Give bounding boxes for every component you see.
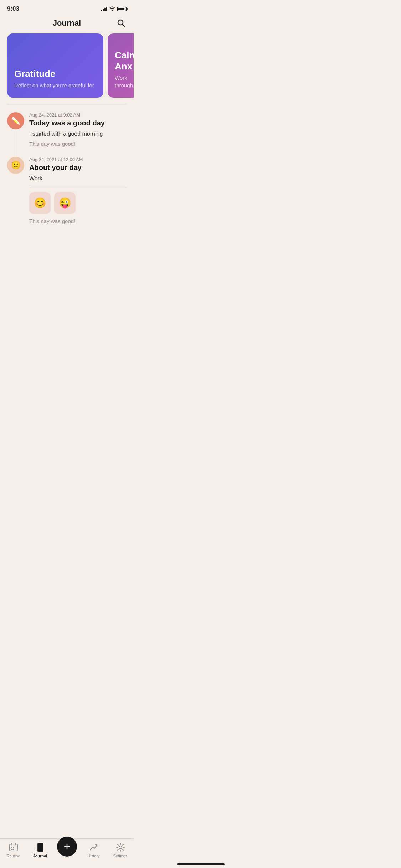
entry-1-note: This day was good! bbox=[29, 141, 127, 147]
emoji-chips: 😊 😜 bbox=[29, 192, 127, 214]
card-gratitude-title: Gratitude bbox=[14, 68, 96, 79]
entry-2-note: This day was good! bbox=[29, 218, 127, 224]
journal-entry-2[interactable]: 🙂 Aug 24, 2021 at 12:00 AM About your da… bbox=[7, 157, 127, 224]
emoji-chip-1: 😊 bbox=[29, 192, 51, 214]
entry-2-content: Aug 24, 2021 at 12:00 AM About your day … bbox=[29, 157, 127, 224]
journal-entries: ✏️ Aug 24, 2021 at 9:02 AM Today was a g… bbox=[0, 112, 134, 224]
entry-2-date: Aug 24, 2021 at 12:00 AM bbox=[29, 157, 127, 162]
search-button[interactable] bbox=[115, 17, 127, 30]
battery-icon bbox=[117, 7, 127, 11]
status-icons bbox=[101, 6, 127, 12]
status-bar: 9:03 bbox=[0, 0, 134, 16]
entry-1-text: I started with a good morning bbox=[29, 130, 127, 138]
card-gratitude[interactable]: Gratitude Reflect on what you're gratefu… bbox=[7, 33, 103, 98]
cards-carousel: Gratitude Reflect on what you're gratefu… bbox=[0, 33, 134, 105]
search-icon bbox=[117, 19, 125, 27]
page-header: Journal bbox=[0, 16, 134, 33]
status-time: 9:03 bbox=[7, 5, 19, 12]
entry-1-date: Aug 24, 2021 at 9:02 AM bbox=[29, 112, 127, 118]
entry-2-text: Work bbox=[29, 175, 127, 182]
page-title: Journal bbox=[53, 19, 81, 28]
entry-inner-divider bbox=[29, 187, 127, 187]
card-gratitude-subtitle: Reflect on what you're grateful for bbox=[14, 82, 96, 89]
journal-entry-1[interactable]: ✏️ Aug 24, 2021 at 9:02 AM Today was a g… bbox=[7, 112, 127, 147]
section-divider bbox=[7, 105, 127, 105]
card-calm-title: Calm Anx bbox=[115, 50, 134, 72]
entry-timeline-line bbox=[16, 131, 16, 157]
entry-2-title: About your day bbox=[29, 164, 127, 172]
signal-icon bbox=[101, 7, 107, 11]
emoji-chip-2: 😜 bbox=[54, 192, 76, 214]
svg-point-0 bbox=[118, 20, 123, 25]
wifi-icon bbox=[109, 6, 115, 12]
svg-line-1 bbox=[123, 25, 124, 26]
card-calm-subtitle: Work through... bbox=[115, 74, 134, 89]
entry-2-avatar: 🙂 bbox=[7, 157, 24, 174]
entry-1-title: Today was a good day bbox=[29, 119, 127, 127]
card-calm-anxiety[interactable]: Calm Anx Work through... bbox=[108, 33, 134, 98]
entry-1-content: Aug 24, 2021 at 9:02 AM Today was a good… bbox=[29, 112, 127, 147]
entry-1-avatar: ✏️ bbox=[7, 112, 24, 129]
